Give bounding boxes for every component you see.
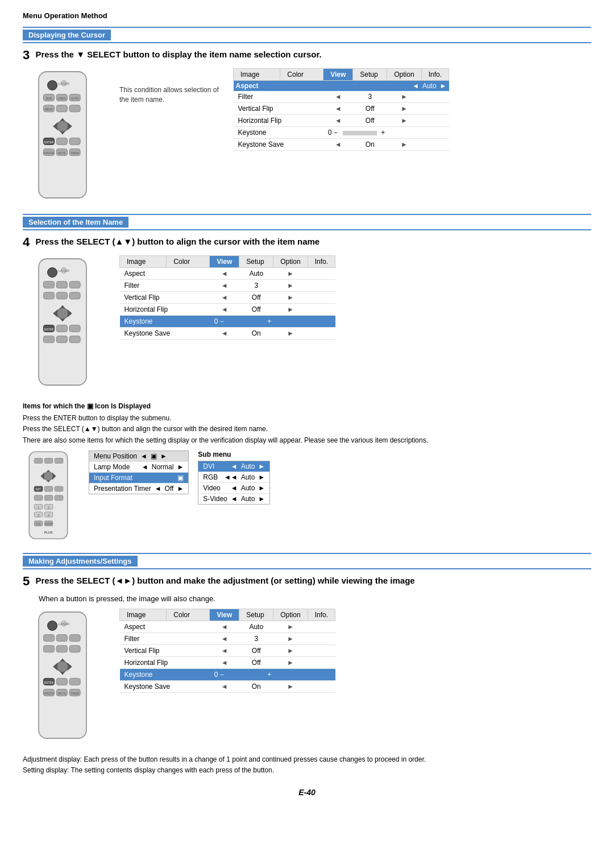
svg-rect-38	[69, 292, 80, 299]
svg-text:MUTE: MUTE	[58, 152, 66, 155]
svg-text:ZOOM: ZOOM	[45, 522, 53, 525]
svg-text:TIMER: TIMER	[70, 152, 79, 155]
svg-text:MUTE: MUTE	[58, 692, 66, 695]
svg-rect-20	[56, 138, 67, 144]
menu-row2-keystonesave: Keystone Save ◄ On ►	[120, 328, 335, 340]
tab5-color[interactable]: Color	[167, 609, 210, 621]
svg-rect-97	[69, 679, 80, 685]
svg-text:VOL: VOL	[36, 522, 42, 525]
svg-rect-48	[43, 336, 54, 343]
menu-row-hflip: Horizontal Flip ◄ Off ►	[234, 115, 449, 127]
svg-point-94	[57, 662, 68, 672]
menu-row-keystone1: Keystone 0 − +	[234, 127, 449, 139]
svg-text:LASER: LASER	[59, 82, 70, 85]
step5-row: LASER ENTER FREEZE MUTE TIMER	[23, 609, 591, 745]
svg-rect-33	[43, 282, 54, 288]
menu-row5-keystonesave: Keystone Save ◄ On ►	[120, 681, 335, 693]
svg-point-81	[48, 621, 57, 631]
menu-row5-hflip: Horizontal Flip ◄ Off ►	[120, 657, 335, 669]
step3-menu-area: This condition allows selection of the i…	[119, 68, 449, 151]
menu-row2-hflip: Horizontal Flip ◄ Off ►	[120, 304, 335, 316]
note-line2: Press the SELECT (▲▼) button and align t…	[23, 424, 591, 435]
step5-heading: 5 Press the SELECT (◄►) button and make …	[23, 574, 591, 589]
tab2-setup[interactable]: Setup	[239, 256, 273, 268]
page-header: Menu Operation Method	[23, 11, 591, 20]
smenu-row-input: Input Format ▣	[89, 473, 188, 483]
note-line3: There are also some items for which the …	[23, 435, 591, 446]
svg-text:VIDEO: VIDEO	[57, 97, 66, 100]
submenu-area: ENT 1 2 3 4 VOL ZOOM PLUS Men	[23, 450, 591, 542]
svg-rect-49	[56, 336, 67, 343]
svg-text:3: 3	[38, 514, 39, 517]
menu-row2-keystone: Keystone 0 − +	[120, 316, 335, 328]
svg-text:TIMER: TIMER	[70, 692, 79, 695]
menu-row5-aspect: Aspect ◄ Auto ►	[120, 621, 335, 633]
remote1-svg: LASER RGB VIDEO AUTO MENU ENTER	[28, 68, 97, 205]
svg-rect-66	[55, 495, 63, 501]
remote3-container: ENT 1 2 3 4 VOL ZOOM PLUS	[23, 450, 80, 542]
tab2-image[interactable]: Image	[120, 256, 167, 268]
svg-rect-34	[56, 282, 67, 288]
step4-menu-table: Image Color View Setup Option Info. Aspe…	[119, 255, 335, 340]
tab5-option[interactable]: Option	[273, 609, 308, 621]
tab-row-5: Image Color View Setup Option Info.	[120, 609, 335, 621]
tab5-image[interactable]: Image	[120, 609, 167, 621]
remote5-container: LASER ENTER FREEZE MUTE TIMER	[23, 609, 102, 745]
bottom-line1: Adjustment display: Each press of the bu…	[23, 754, 591, 765]
section3-header: Making Adjustments/Settings	[23, 553, 591, 569]
svg-rect-0	[39, 72, 86, 198]
submenu-title: Sub menu	[198, 450, 270, 458]
step5-text: Press the SELECT (◄►) button and make th…	[35, 576, 414, 585]
svg-rect-35	[69, 282, 80, 288]
svg-rect-11	[56, 105, 67, 112]
svg-text:4: 4	[48, 514, 49, 517]
svg-text:ENTER: ENTER	[44, 141, 54, 144]
step4-text: Press the SELECT (▲▼) button to align th…	[35, 237, 320, 246]
svg-rect-65	[44, 495, 53, 501]
svg-text:LASER: LASER	[59, 269, 70, 272]
note-title: Items for which the ▣ Icon Is Displayed	[23, 401, 591, 412]
tab2-option[interactable]: Option	[273, 256, 308, 268]
svg-rect-50	[69, 336, 80, 343]
tab-option[interactable]: Option	[387, 69, 421, 81]
svg-text:ENT: ENT	[36, 488, 41, 491]
tab5-info[interactable]: Info.	[308, 609, 335, 621]
tab-image[interactable]: Image	[234, 69, 280, 81]
remote2-svg: LASER ENTER	[28, 255, 97, 392]
tab-view[interactable]: View	[323, 69, 353, 81]
step3-row: LASER RGB VIDEO AUTO MENU ENTER	[23, 68, 591, 205]
step4-row: LASER ENTER Image Colo	[23, 255, 591, 392]
tab-setup[interactable]: Setup	[353, 69, 387, 81]
tab5-view[interactable]: View	[210, 609, 239, 621]
svg-rect-62	[44, 486, 53, 491]
note-line1: Press the ENTER button to display the su…	[23, 413, 591, 424]
section1-header: Displaying the Cursor	[23, 27, 591, 43]
svg-rect-85	[56, 635, 67, 642]
step3-menu-panel: Image Color View Setup Option Info. Aspe…	[233, 68, 449, 151]
svg-rect-86	[69, 635, 80, 642]
svg-rect-46	[69, 325, 80, 332]
svg-rect-88	[56, 646, 67, 652]
menu-row-vflip: Vertical Flip ◄ Off ►	[234, 103, 449, 115]
svg-rect-45	[56, 325, 67, 332]
tab2-view[interactable]: View	[210, 256, 239, 268]
submenu-right-wrapper: Sub menu DVI ◄ Auto ► RGB ◄◄ Auto ► Vide…	[198, 450, 270, 505]
tab5-setup[interactable]: Setup	[239, 609, 273, 621]
svg-point-43	[57, 308, 68, 319]
menu-row2-aspect: Aspect ◄ Auto ►	[120, 268, 335, 280]
svg-text:RGB: RGB	[46, 97, 52, 100]
tab2-info[interactable]: Info.	[308, 256, 335, 268]
svg-text:FREEZE: FREEZE	[44, 692, 55, 695]
smenu-right-video: Video ◄ Auto ►	[198, 483, 269, 494]
remote5-svg: LASER ENTER FREEZE MUTE TIMER	[28, 609, 97, 745]
smenu-row-lamp: Lamp Mode ◄ Normal ►	[89, 462, 188, 473]
tab2-color[interactable]: Color	[167, 256, 210, 268]
tab-info[interactable]: Info.	[421, 69, 449, 81]
tab-color[interactable]: Color	[280, 69, 323, 81]
smenu-right-svideo: S-Video ◄ Auto ►	[198, 494, 269, 504]
menu-row-keystonesave1: Keystone Save ◄ On ►	[234, 139, 449, 151]
page-header-title: Menu Operation Method	[23, 11, 107, 20]
svg-point-59	[44, 472, 53, 481]
submenu-left-panel: Menu Position ◄ ▣ ► Lamp Mode ◄ Normal ►…	[89, 450, 189, 494]
svg-text:2: 2	[48, 506, 49, 509]
